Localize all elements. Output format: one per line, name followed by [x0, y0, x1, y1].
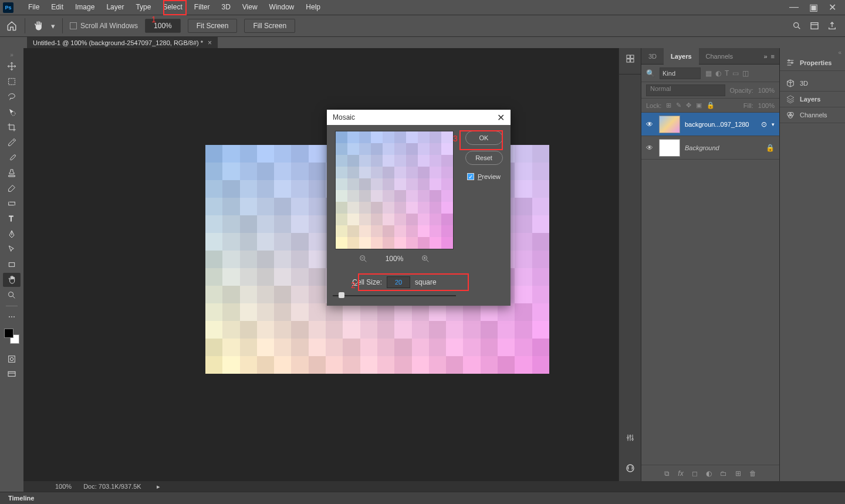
- lock-pixels-icon[interactable]: ✎: [676, 102, 681, 109]
- opacity-value[interactable]: 100%: [758, 87, 775, 94]
- menu-layer[interactable]: Layer: [100, 0, 130, 15]
- menu-filter[interactable]: Filter: [188, 0, 216, 15]
- workspace-icon[interactable]: [810, 21, 819, 31]
- fit-screen-button[interactable]: Fit Screen: [188, 19, 238, 33]
- menu-3d[interactable]: 3D: [215, 0, 236, 15]
- eyedropper-tool-icon[interactable]: [3, 136, 21, 150]
- document-tab[interactable]: Untitled-1 @ 100% (background-2547097_12…: [27, 37, 218, 48]
- filter-preview[interactable]: [335, 131, 454, 249]
- layer-row[interactable]: 👁 Background 🔒: [641, 136, 779, 160]
- fill-screen-button[interactable]: Fill Screen: [244, 19, 295, 33]
- window-close-icon[interactable]: ✕: [829, 2, 836, 13]
- dialog-close-icon[interactable]: ✕: [497, 112, 505, 123]
- color-swatches[interactable]: [4, 329, 19, 344]
- filter-type-icon[interactable]: T: [725, 69, 729, 77]
- new-layer-icon[interactable]: ⊞: [735, 469, 741, 478]
- lock-all-icon[interactable]: 🔒: [707, 102, 715, 109]
- status-menu-icon[interactable]: ▸: [157, 483, 160, 491]
- delete-layer-icon[interactable]: 🗑: [749, 469, 756, 478]
- move-tool-icon[interactable]: [3, 59, 21, 73]
- hand-tool-icon[interactable]: [32, 20, 44, 32]
- layer-fx-icon[interactable]: fx: [678, 469, 683, 478]
- zoom-tool-icon[interactable]: [3, 288, 21, 302]
- timeline-panel[interactable]: Timeline: [0, 492, 845, 504]
- layer-name[interactable]: backgroun...097_1280: [685, 121, 749, 128]
- preview-checkbox[interactable]: ✓Preview: [467, 173, 501, 180]
- canvas-area[interactable]: [23, 48, 618, 481]
- fill-value[interactable]: 100%: [758, 102, 775, 109]
- brush-tool-icon[interactable]: [3, 151, 21, 165]
- menu-view[interactable]: View: [236, 0, 263, 15]
- type-tool-icon[interactable]: T: [3, 212, 21, 226]
- cc-libraries-icon[interactable]: [626, 464, 635, 473]
- layers-panel-tab[interactable]: Layers: [780, 92, 845, 107]
- scroll-all-windows-checkbox[interactable]: Scroll All Windows: [70, 22, 138, 30]
- properties-panel-tab[interactable]: Properties: [780, 55, 845, 71]
- filter-adjust-icon[interactable]: ◐: [715, 69, 721, 77]
- tab-channels[interactable]: Channels: [699, 48, 740, 65]
- menu-window[interactable]: Window: [263, 0, 300, 15]
- adjustments-icon[interactable]: [626, 433, 635, 442]
- lock-position-icon[interactable]: ✥: [686, 102, 691, 109]
- document-info[interactable]: Doc: 703.1K/937.5K: [83, 483, 141, 490]
- filter-search-icon[interactable]: 🔍: [646, 69, 655, 77]
- 3d-panel-tab[interactable]: 3D: [780, 76, 845, 92]
- tab-layers[interactable]: Layers: [664, 48, 698, 65]
- pen-tool-icon[interactable]: [3, 227, 21, 241]
- lasso-tool-icon[interactable]: [3, 90, 21, 104]
- menu-image[interactable]: Image: [69, 0, 100, 15]
- zoom-level[interactable]: 100%: [55, 483, 72, 490]
- window-maximize-icon[interactable]: ▣: [809, 2, 818, 13]
- blend-mode-select[interactable]: Normal: [646, 84, 725, 96]
- adjustment-layer-icon[interactable]: ◐: [706, 469, 712, 478]
- tab-3d[interactable]: 3D: [641, 48, 664, 65]
- quick-select-tool-icon[interactable]: [3, 105, 21, 119]
- stamp-tool-icon[interactable]: [3, 166, 21, 180]
- layer-filter-input[interactable]: [660, 67, 701, 79]
- hand-tool-icon[interactable]: [3, 273, 21, 287]
- screen-mode-icon[interactable]: [3, 367, 21, 381]
- panel-expand-icon[interactable]: »: [763, 53, 767, 60]
- link-layers-icon[interactable]: ⧉: [664, 469, 670, 478]
- filter-shape-icon[interactable]: ▭: [732, 69, 739, 77]
- menu-edit[interactable]: Edit: [45, 0, 69, 15]
- lock-transparent-icon[interactable]: ⊞: [666, 102, 671, 109]
- menu-type[interactable]: Type: [130, 0, 157, 15]
- annotation-number-3: 3: [453, 134, 458, 143]
- edit-toolbar-icon[interactable]: ⋯: [3, 310, 21, 324]
- visibility-toggle-icon[interactable]: 👁: [646, 120, 654, 128]
- layer-thumbnail[interactable]: [659, 116, 680, 133]
- crop-tool-icon[interactable]: [3, 120, 21, 134]
- layer-mask-icon[interactable]: ◻: [692, 469, 698, 478]
- zoom-100-button[interactable]: 100%: [145, 19, 181, 33]
- eraser-tool-icon[interactable]: [3, 181, 21, 195]
- collapse-icon[interactable]: «: [838, 49, 841, 54]
- share-icon[interactable]: [827, 21, 837, 31]
- reset-button[interactable]: Reset: [465, 151, 503, 165]
- cell-size-slider[interactable]: [333, 292, 456, 300]
- layer-thumbnail[interactable]: [659, 139, 680, 157]
- quick-mask-icon[interactable]: [3, 352, 21, 366]
- channels-panel-tab[interactable]: Channels: [780, 107, 845, 123]
- zoom-in-icon[interactable]: [421, 254, 430, 263]
- path-select-tool-icon[interactable]: [3, 242, 21, 256]
- search-icon[interactable]: [792, 21, 802, 31]
- filter-pixel-icon[interactable]: ▦: [705, 69, 712, 77]
- layer-row[interactable]: 👁 backgroun...097_1280 ⊙ ▾: [641, 113, 779, 136]
- window-minimize-icon[interactable]: —: [789, 2, 799, 13]
- lock-artboard-icon[interactable]: ▣: [696, 102, 702, 109]
- menu-help[interactable]: Help: [300, 0, 326, 15]
- home-icon[interactable]: [6, 20, 18, 32]
- arrange-icon[interactable]: [626, 54, 635, 63]
- tab-close-icon[interactable]: ×: [208, 39, 212, 47]
- menu-file[interactable]: File: [22, 0, 45, 15]
- rectangle-tool-icon[interactable]: [3, 258, 21, 272]
- panel-menu-icon[interactable]: ≡: [771, 53, 775, 60]
- marquee-tool-icon[interactable]: [3, 75, 21, 89]
- zoom-out-icon[interactable]: [359, 254, 368, 263]
- layer-name[interactable]: Background: [685, 144, 719, 151]
- visibility-toggle-icon[interactable]: 👁: [646, 144, 654, 152]
- filter-smart-icon[interactable]: ◫: [742, 69, 749, 77]
- group-layers-icon[interactable]: 🗀: [720, 469, 727, 478]
- gradient-tool-icon[interactable]: [3, 197, 21, 211]
